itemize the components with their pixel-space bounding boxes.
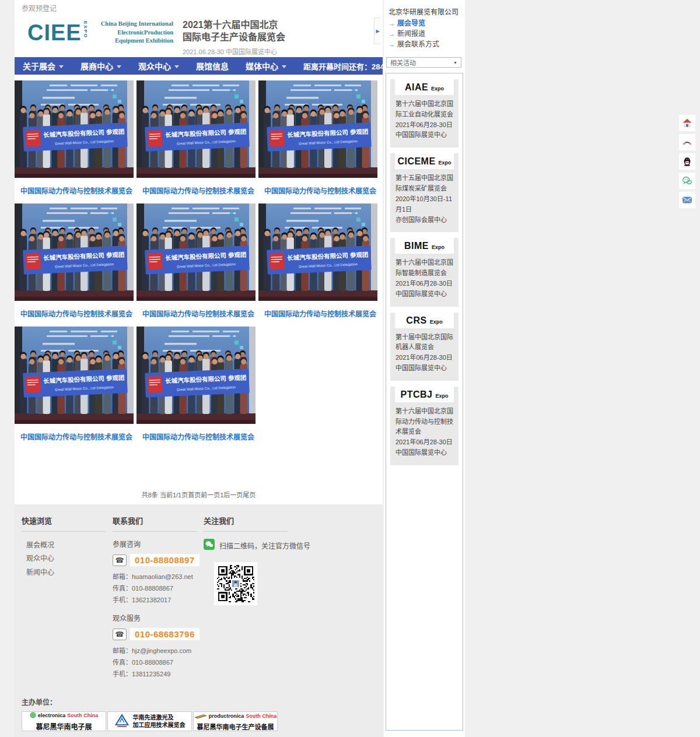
site-logo: CIEE EXPO China Beijing International El… — [27, 20, 173, 45]
arrow-right-icon: → — [388, 29, 395, 38]
arrow-right-icon: → — [388, 19, 395, 28]
gallery-caption[interactable]: 中国国际动力传动与控制技术展览会 — [136, 178, 256, 199]
expo-title: CICEMEExpo — [395, 153, 454, 169]
exhibition-photo: 长城汽车股份有限公司 参观团 Great Wall Motor Co., Ltd… — [15, 80, 134, 178]
related-activities-select[interactable]: 相关活动 ▼ — [386, 57, 461, 68]
gallery-item[interactable]: 长城汽车股份有限公司 参观团 Great Wall Motor Co., Ltd… — [258, 80, 377, 199]
gallery-caption[interactable]: 中国国际动力传动与控制技术展览会 — [15, 301, 134, 322]
expo-title: AIAEExpo — [395, 79, 454, 95]
sidebar-link[interactable]: → 新闻报道 — [384, 29, 465, 39]
exhibition-photo: 长城汽车股份有限公司 参观团 Great Wall Motor Co., Ltd… — [136, 203, 256, 301]
expo-description: 第十六届中国北京国际动力传动与控制技术展览会 — [390, 406, 459, 437]
exhibition-photo: 长城汽车股份有限公司 参观团 Great Wall Motor Co., Ltd… — [15, 327, 134, 424]
expo-date: 2021年06月28-30日 — [390, 120, 459, 131]
gallery-caption[interactable]: 中国国际动力传动与控制技术展览会 — [15, 178, 134, 199]
gallery-item[interactable]: 长城汽车股份有限公司 参观团 Great Wall Motor Co., Ltd… — [15, 327, 134, 445]
expo-card[interactable]: PTCBJExpo 第十六届中国北京国际动力传动与控制技术展览会 2021年06… — [390, 387, 459, 465]
floating-toolbar — [679, 115, 695, 211]
exhibition-photo: 长城汽车股份有限公司 参观团 Great Wall Motor Co., Ltd… — [136, 80, 256, 178]
nav-item[interactable]: 关于展会 — [23, 60, 64, 72]
expo-card[interactable]: CRSExpo 第十届中国北京国际机器人展览会 2021年06月28-30日 中… — [390, 313, 459, 381]
home-icon[interactable] — [679, 115, 695, 131]
nav-item[interactable]: 展商中心 — [80, 60, 121, 72]
phone-number: 010-68683796 — [130, 628, 200, 640]
logo-laser-south-china[interactable]: 华南先进激光及 加工应用技术展览会 — [107, 711, 192, 731]
delegation-banner: 长城汽车股份有限公司 参观团 Great Wall Motor Co., Ltd… — [145, 122, 250, 152]
footer-quick-link[interactable]: 观众中心 — [22, 552, 113, 566]
contact-email: 邮箱：hjz@jingheexpo.com — [113, 645, 204, 657]
gallery-caption[interactable]: 中国国际动力传动与控制技术展览会 — [136, 301, 256, 322]
exhibition-title: 2021第十六届中国北京 国际电子生产设备展览会 2021.06.28-30 中… — [183, 19, 285, 56]
phone-icon: ☎ — [113, 629, 127, 640]
nav-item[interactable]: 展馆信息 — [196, 60, 229, 72]
wechat-icon[interactable] — [679, 173, 695, 189]
nav-item[interactable]: 媒体中心 — [246, 60, 286, 72]
gallery-item[interactable]: 长城汽车股份有限公司 参观团 Great Wall Motor Co., Ltd… — [15, 203, 134, 322]
gallery-item[interactable]: 长城汽车股份有限公司 参观团 Great Wall Motor Co., Ltd… — [136, 327, 256, 445]
gallery-caption[interactable]: 中国国际动力传动与控制技术展览会 — [258, 301, 377, 322]
expo-date: 2021年06月28-30日 — [390, 279, 459, 289]
expo-venue: 中国国际展览中心 — [390, 289, 459, 304]
chevron-down-icon — [117, 65, 121, 68]
gallery-item[interactable]: 长城汽车股份有限公司 参观团 Great Wall Motor Co., Ltd… — [258, 203, 377, 322]
countdown: 距离开幕时间还有：284 天 — [303, 61, 394, 72]
sidebar-toggle-ribbon[interactable]: ▶ — [374, 17, 381, 44]
chevron-down-icon — [59, 65, 64, 68]
related-expos-panel: AIAEExpo 第十六届中国北京国际工业自动化展览会 2021年06月28-3… — [386, 73, 463, 731]
expo-date: 2021年06月28-30日 — [390, 437, 459, 448]
sidebar-link[interactable]: → 展会导览 — [384, 18, 465, 29]
pagination[interactable]: 共8条 当前1/1页首页前一页1后一页尾页 — [15, 490, 383, 499]
contact-mobile: 手机：13621382017 — [113, 595, 204, 606]
mail-icon[interactable] — [679, 192, 695, 208]
footer-quick-link[interactable]: 新闻中心 — [22, 566, 113, 580]
expo-card[interactable]: CICEMEExpo 第十五届中国北京国际煤炭采矿展览会 2020年10月30日… — [390, 153, 459, 232]
gallery-item[interactable]: 长城汽车股份有限公司 参观团 Great Wall Motor Co., Ltd… — [136, 80, 256, 199]
right-sidebar: 北京华研展览有限公司 → 展会导览 → 新闻报道 → 展会联系方式 相关活动 ▼… — [384, 0, 465, 737]
phone-number: 010-88808897 — [130, 554, 200, 566]
logo-electronica-south-china[interactable]: electronica South China 慕尼黑华南电子展 — [22, 711, 106, 731]
exhibition-photo: 长城汽车股份有限公司 参观团 Great Wall Motor Co., Ltd… — [258, 203, 377, 301]
laser-triangle-icon — [114, 713, 130, 729]
expo-card[interactable]: AIAEExpo 第十六届中国北京国际工业自动化展览会 2021年06月28-3… — [390, 79, 459, 148]
sidebar-link[interactable]: → 展会联系方式 — [384, 39, 465, 50]
logo-productronica-south-china[interactable]: productronica South China 慕尼黑华南电子生产设备展 — [193, 711, 278, 731]
photo-gallery: 长城汽车股份有限公司 参观团 Great Wall Motor Co., Ltd… — [15, 75, 383, 445]
expo-card[interactable]: BIMEExpo 第十六届中国北京国际智能制造展览会 2021年06月28-30… — [390, 238, 459, 306]
delegation-banner: 长城汽车股份有限公司 参观团 Great Wall Motor Co., Ltd… — [267, 245, 372, 275]
gallery-item[interactable]: 长城汽车股份有限公司 参观团 Great Wall Motor Co., Ltd… — [15, 80, 134, 199]
qq-icon[interactable] — [679, 153, 695, 170]
follow-tip: 扫描二维码，关注官方微信号 — [219, 541, 310, 550]
chevron-right-icon: ▶ — [376, 29, 379, 34]
footer-quick-link[interactable]: 展会概况 — [22, 539, 113, 552]
wechat-icon — [204, 539, 215, 552]
contact-fax: 传真：010-88808867 — [113, 583, 204, 595]
electronica-globe-icon — [30, 711, 36, 721]
gallery-caption[interactable]: 中国国际动力传动与控制技术展览会 — [15, 424, 134, 445]
gallery-item[interactable]: 长城汽车股份有限公司 参观团 Great Wall Motor Co., Ltd… — [136, 203, 256, 322]
delegation-banner: 长城汽车股份有限公司 参观团 Great Wall Motor Co., Ltd… — [23, 122, 128, 152]
date-venue: 2021.06.28-30 中国国际展览中心 — [183, 47, 285, 56]
expo-title: CRSExpo — [395, 313, 454, 328]
footer-contact: 联系我们 参展咨询 ☎ 010-88808897 邮箱：huamaolian@2… — [113, 515, 204, 687]
exhibition-photo: 长城汽车股份有限公司 参观团 Great Wall Motor Co., Ltd… — [258, 80, 377, 178]
pre-register-link[interactable]: 参观预登记 — [15, 0, 383, 16]
contact-section: 参展咨询 ☎ 010-88808897 邮箱：huamaolian@263.ne… — [113, 539, 204, 606]
nav-item[interactable]: 观众中心 — [138, 60, 179, 72]
delegation-banner: 长城汽车股份有限公司 参观团 Great Wall Motor Co., Ltd… — [145, 368, 250, 398]
expo-venue: 亦创国际会展中心 — [390, 215, 459, 230]
wechat-qr-code — [214, 562, 257, 605]
expo-description: 第十六届中国北京国际智能制造展览会 — [390, 258, 459, 279]
host-label: 主办单位： — [22, 697, 376, 707]
gallery-caption[interactable]: 中国国际动力传动与控制技术展览会 — [136, 424, 256, 445]
arrow-right-icon: → — [388, 40, 395, 49]
phone-icon[interactable] — [679, 134, 695, 150]
contact-email: 邮箱：huamaolian@263.net — [113, 571, 204, 583]
chevron-down-icon: ▼ — [453, 61, 457, 65]
organizer-logos: electronica South China 慕尼黑华南电子展 华南先进激光及… — [22, 711, 376, 731]
gallery-caption[interactable]: 中国国际动力传动与控制技术展览会 — [258, 178, 377, 199]
logo-sub: EXPO — [83, 21, 88, 44]
page: { "topbar": { "pre_register": "参观预登记" },… — [0, 0, 700, 737]
contact-section: 观众服务 ☎ 010-68683796 邮箱：hjz@jingheexpo.co… — [113, 613, 204, 680]
site-header: CIEE EXPO China Beijing International El… — [15, 16, 383, 57]
expo-description: 第十五届中国北京国际煤炭采矿展览会 — [390, 173, 459, 194]
